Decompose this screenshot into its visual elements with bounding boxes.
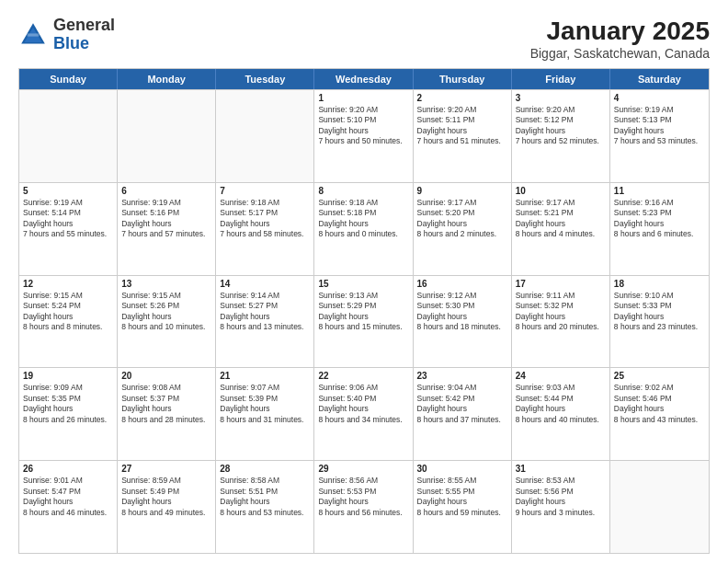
calendar-cell: 30Sunrise: 8:55 AMSunset: 5:55 PMDayligh… (414, 461, 512, 553)
cell-info: Sunrise: 9:20 AMSunset: 5:11 PMDaylight … (417, 105, 507, 147)
day-number: 22 (318, 371, 408, 381)
logo-blue: Blue (53, 34, 89, 52)
cell-info: Sunrise: 9:16 AMSunset: 5:23 PMDaylight … (614, 198, 705, 240)
day-number: 12 (23, 279, 113, 289)
calendar-cell: 6Sunrise: 9:19 AMSunset: 5:16 PMDaylight… (118, 183, 216, 275)
day-number: 20 (121, 371, 211, 381)
logo-icon (18, 20, 48, 50)
day-number: 9 (417, 186, 507, 196)
cell-info: Sunrise: 9:11 AMSunset: 5:32 PMDaylight … (516, 291, 606, 333)
calendar-header-row: Sunday Monday Tuesday Wednesday Thursday… (19, 69, 709, 89)
calendar-cell: 17Sunrise: 9:11 AMSunset: 5:32 PMDayligh… (512, 276, 610, 368)
calendar-cell: 8Sunrise: 9:18 AMSunset: 5:18 PMDaylight… (314, 183, 413, 275)
cell-info: Sunrise: 9:10 AMSunset: 5:33 PMDaylight … (614, 291, 705, 333)
day-number: 16 (417, 279, 507, 289)
cell-info: Sunrise: 9:15 AMSunset: 5:26 PMDaylight … (121, 291, 211, 333)
day-number: 28 (220, 464, 310, 474)
calendar-cell: 11Sunrise: 9:16 AMSunset: 5:23 PMDayligh… (610, 183, 709, 275)
logo: General Blue (18, 17, 115, 53)
cell-info: Sunrise: 9:17 AMSunset: 5:21 PMDaylight … (516, 198, 606, 240)
day-number: 24 (516, 371, 606, 381)
logo-text: General Blue (53, 17, 115, 53)
cell-info: Sunrise: 9:14 AMSunset: 5:27 PMDaylight … (220, 291, 310, 333)
title-block: January 2025 Biggar, Saskatchewan, Canad… (530, 17, 710, 61)
calendar-cell: 25Sunrise: 9:02 AMSunset: 5:46 PMDayligh… (610, 368, 709, 460)
day-number: 21 (220, 371, 310, 381)
cell-info: Sunrise: 9:08 AMSunset: 5:37 PMDaylight … (121, 383, 211, 425)
cell-info: Sunrise: 9:09 AMSunset: 5:35 PMDaylight … (23, 383, 113, 425)
calendar-cell: 5Sunrise: 9:19 AMSunset: 5:14 PMDaylight… (19, 183, 118, 275)
day-header-friday: Friday (512, 69, 610, 89)
day-header-tuesday: Tuesday (216, 69, 314, 89)
calendar-cell: 24Sunrise: 9:03 AMSunset: 5:44 PMDayligh… (512, 368, 610, 460)
calendar: Sunday Monday Tuesday Wednesday Thursday… (18, 68, 710, 554)
calendar-cell: 21Sunrise: 9:07 AMSunset: 5:39 PMDayligh… (216, 368, 314, 460)
calendar-cell: 28Sunrise: 8:58 AMSunset: 5:51 PMDayligh… (216, 461, 314, 553)
cell-info: Sunrise: 9:01 AMSunset: 5:47 PMDaylight … (23, 476, 113, 518)
day-number: 8 (318, 186, 408, 196)
calendar-cell: 9Sunrise: 9:17 AMSunset: 5:20 PMDaylight… (414, 183, 512, 275)
logo-general: General (53, 16, 115, 34)
calendar-cell: 27Sunrise: 8:59 AMSunset: 5:49 PMDayligh… (118, 461, 216, 553)
cell-info: Sunrise: 9:02 AMSunset: 5:46 PMDaylight … (614, 383, 705, 425)
day-number: 17 (516, 279, 606, 289)
day-number: 1 (318, 93, 408, 103)
calendar-cell: 29Sunrise: 8:56 AMSunset: 5:53 PMDayligh… (314, 461, 413, 553)
day-number: 7 (220, 186, 310, 196)
calendar-cell (216, 90, 314, 182)
day-header-saturday: Saturday (610, 69, 709, 89)
day-number: 11 (614, 186, 705, 196)
cell-info: Sunrise: 9:04 AMSunset: 5:42 PMDaylight … (417, 383, 507, 425)
cell-info: Sunrise: 8:55 AMSunset: 5:55 PMDaylight … (417, 476, 507, 518)
cell-info: Sunrise: 9:19 AMSunset: 5:14 PMDaylight … (23, 198, 113, 240)
day-header-sunday: Sunday (19, 69, 118, 89)
day-number: 6 (121, 186, 211, 196)
calendar-cell: 22Sunrise: 9:06 AMSunset: 5:40 PMDayligh… (314, 368, 413, 460)
calendar-cell (610, 461, 709, 553)
cell-info: Sunrise: 8:56 AMSunset: 5:53 PMDaylight … (318, 476, 408, 518)
calendar-cell: 16Sunrise: 9:12 AMSunset: 5:30 PMDayligh… (414, 276, 512, 368)
day-number: 23 (417, 371, 507, 381)
cell-info: Sunrise: 9:13 AMSunset: 5:29 PMDaylight … (318, 291, 408, 333)
header: General Blue January 2025 Biggar, Saskat… (18, 17, 710, 61)
calendar-cell: 20Sunrise: 9:08 AMSunset: 5:37 PMDayligh… (118, 368, 216, 460)
calendar-cell: 13Sunrise: 9:15 AMSunset: 5:26 PMDayligh… (118, 276, 216, 368)
day-number: 14 (220, 279, 310, 289)
cell-info: Sunrise: 9:18 AMSunset: 5:18 PMDaylight … (318, 198, 408, 240)
day-number: 30 (417, 464, 507, 474)
cell-info: Sunrise: 9:03 AMSunset: 5:44 PMDaylight … (516, 383, 606, 425)
calendar-cell: 19Sunrise: 9:09 AMSunset: 5:35 PMDayligh… (19, 368, 118, 460)
calendar-cell (19, 90, 118, 182)
day-number: 15 (318, 279, 408, 289)
cell-info: Sunrise: 9:12 AMSunset: 5:30 PMDaylight … (417, 291, 507, 333)
cell-info: Sunrise: 9:17 AMSunset: 5:20 PMDaylight … (417, 198, 507, 240)
day-number: 10 (516, 186, 606, 196)
cell-info: Sunrise: 8:58 AMSunset: 5:51 PMDaylight … (220, 476, 310, 518)
day-number: 19 (23, 371, 113, 381)
cell-info: Sunrise: 8:59 AMSunset: 5:49 PMDaylight … (121, 476, 211, 518)
day-number: 2 (417, 93, 507, 103)
day-number: 18 (614, 279, 705, 289)
calendar-cell (118, 90, 216, 182)
calendar-cell: 31Sunrise: 8:53 AMSunset: 5:56 PMDayligh… (512, 461, 610, 553)
calendar-cell: 15Sunrise: 9:13 AMSunset: 5:29 PMDayligh… (314, 276, 413, 368)
calendar-week-1: 1Sunrise: 9:20 AMSunset: 5:10 PMDaylight… (19, 89, 709, 182)
day-number: 13 (121, 279, 211, 289)
cell-info: Sunrise: 9:19 AMSunset: 5:16 PMDaylight … (121, 198, 211, 240)
day-header-thursday: Thursday (414, 69, 512, 89)
day-number: 29 (318, 464, 408, 474)
calendar-cell: 4Sunrise: 9:19 AMSunset: 5:13 PMDaylight… (610, 90, 709, 182)
day-number: 31 (516, 464, 606, 474)
cell-info: Sunrise: 8:53 AMSunset: 5:56 PMDaylight … (516, 476, 606, 518)
calendar-cell: 26Sunrise: 9:01 AMSunset: 5:47 PMDayligh… (19, 461, 118, 553)
calendar-cell: 14Sunrise: 9:14 AMSunset: 5:27 PMDayligh… (216, 276, 314, 368)
day-number: 5 (23, 186, 113, 196)
calendar-cell: 18Sunrise: 9:10 AMSunset: 5:33 PMDayligh… (610, 276, 709, 368)
day-number: 25 (614, 371, 705, 381)
cell-info: Sunrise: 9:06 AMSunset: 5:40 PMDaylight … (318, 383, 408, 425)
calendar-cell: 2Sunrise: 9:20 AMSunset: 5:11 PMDaylight… (414, 90, 512, 182)
day-header-monday: Monday (118, 69, 216, 89)
calendar-week-4: 19Sunrise: 9:09 AMSunset: 5:35 PMDayligh… (19, 367, 709, 460)
cell-info: Sunrise: 9:19 AMSunset: 5:13 PMDaylight … (614, 105, 705, 147)
calendar-cell: 10Sunrise: 9:17 AMSunset: 5:21 PMDayligh… (512, 183, 610, 275)
